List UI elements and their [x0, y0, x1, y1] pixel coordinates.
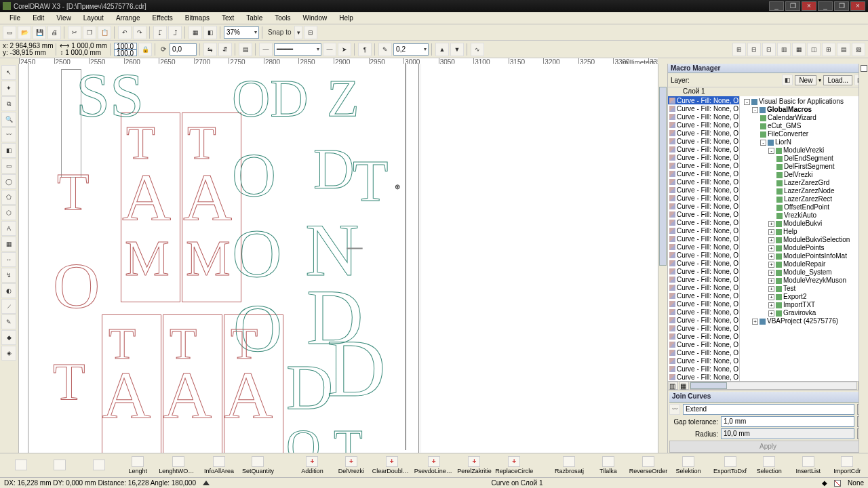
grid-5-icon[interactable]: ▦ — [792, 43, 806, 56]
expand-icon[interactable]: + — [768, 302, 774, 308]
vertical-ruler[interactable] — [19, 64, 28, 453]
objlist-btn-2[interactable]: ▦ — [679, 382, 689, 390]
export-icon[interactable]: ⮥ — [168, 26, 182, 39]
menu-table[interactable]: Table — [241, 14, 268, 22]
object-row[interactable]: Curve - Fill: None, Ou — [668, 137, 739, 145]
scale-x-input[interactable]: 100,0 — [114, 43, 137, 49]
tree-node[interactable]: +ModuleVrezykMuson — [741, 277, 867, 285]
object-row[interactable]: Curve - Fill: None, Ou — [668, 226, 739, 235]
tree-node[interactable]: +Test — [741, 285, 867, 293]
object-row[interactable]: Curve - Fill: None, Ou — [668, 348, 739, 357]
object-row[interactable]: Curve - Fill: None, Ou — [668, 357, 739, 365]
grid-6-icon[interactable]: ◫ — [807, 43, 821, 56]
object-row[interactable]: Curve - Fill: None, Ou — [668, 235, 739, 243]
docker-title[interactable]: Macro Manager — [668, 64, 868, 73]
align-icon[interactable]: ▤ — [239, 43, 252, 56]
dimension-tool-icon[interactable]: ↔ — [1, 252, 16, 267]
blend-tool-icon[interactable]: ◐ — [1, 283, 16, 298]
status-flyout-icon[interactable] — [203, 481, 210, 485]
tree-node[interactable]: -Visual Basic for Applications — [741, 98, 867, 106]
menu-text[interactable]: Text — [216, 14, 239, 22]
cut-icon[interactable]: ✂ — [68, 26, 81, 39]
macro-razbrosatj[interactable]: Razbrosatj — [551, 456, 588, 474]
lock-ratio-icon[interactable]: 🔒 — [138, 43, 152, 56]
apply-button[interactable]: Apply — [669, 441, 867, 453]
layer-value[interactable]: Слой 1 — [683, 87, 705, 95]
macro-lenght[interactable]: Lenght — [120, 456, 157, 474]
gap-input[interactable]: 1,0 mm — [721, 416, 854, 427]
macro-cleardoublepoint[interactable]: ClearDoublePoint — [372, 456, 412, 474]
tree-node[interactable]: FileConverter — [741, 130, 867, 138]
expand-icon[interactable]: + — [768, 245, 774, 251]
object-row[interactable]: Curve - Fill: None, Ou — [668, 332, 739, 340]
expand-icon[interactable]: - — [752, 107, 758, 113]
object-row[interactable]: Curve - Fill: None, Ou — [668, 169, 739, 178]
join-mode-combo[interactable]: Extend — [683, 404, 854, 415]
object-row[interactable]: Curve - Fill: None, Ou — [668, 291, 739, 300]
object-list[interactable]: Curve - Fill: None, OuCurve - Fill: None… — [668, 96, 740, 381]
macro-replacecircle[interactable]: ReplaceCircle — [495, 456, 533, 474]
crop-tool-icon[interactable]: ⧉ — [1, 96, 16, 111]
basic-shapes-icon[interactable]: ⬡ — [1, 205, 16, 220]
expand-icon[interactable]: + — [752, 319, 758, 325]
menu-effects[interactable]: Effects — [146, 14, 178, 22]
expand-icon[interactable]: - — [768, 148, 774, 154]
menu-layout[interactable]: Layout — [78, 14, 109, 22]
tree-node[interactable]: +VBAProject (42575776) — [741, 317, 867, 325]
macro-addition[interactable]: Addition — [294, 456, 331, 474]
print-icon[interactable]: 🖨 — [47, 26, 61, 39]
grid-3-icon[interactable]: ⊡ — [762, 43, 776, 56]
snap-dropdown-icon[interactable]: ▾ — [294, 26, 302, 39]
tree-node[interactable]: +Help — [741, 228, 867, 236]
tree-node[interactable]: LazerZarezNode — [741, 187, 867, 195]
macro-psevdolinetoline[interactable]: PsevdoLineToLine — [414, 456, 454, 474]
save-icon[interactable]: 💾 — [33, 26, 46, 39]
fill-swatch[interactable] — [834, 480, 841, 487]
macro-insertlist[interactable]: InsertList — [790, 456, 827, 474]
vertical-scrollbar[interactable] — [658, 64, 667, 453]
to-back-icon[interactable]: ▼ — [450, 43, 464, 56]
object-row[interactable]: Curve - Fill: None, Ou — [668, 153, 739, 161]
expand-icon[interactable]: + — [768, 278, 774, 284]
expand-icon[interactable]: + — [768, 237, 774, 243]
object-row[interactable]: Curve - Fill: None, Ou — [668, 365, 739, 373]
object-row[interactable]: Curve - Fill: None, Ou — [668, 267, 739, 275]
shape-tool-icon[interactable]: ✦ — [1, 81, 16, 96]
import-icon[interactable]: ⮦ — [153, 26, 167, 39]
macro-tree[interactable]: -Visual Basic for Applications-GlobalMac… — [740, 96, 868, 381]
macro-importcdr[interactable]: ImportCdr — [829, 456, 865, 474]
objlist-hscroll[interactable]: ▥ ▦ ▸ — [668, 381, 868, 390]
rotation-input[interactable]: 0,0 — [170, 43, 197, 56]
line-arrow-icon[interactable]: ➤ — [338, 43, 351, 56]
tree-node[interactable]: +ModuleBukvi — [741, 220, 867, 228]
object-row[interactable]: Curve - Fill: None, Ou — [668, 300, 739, 308]
macro-perelzakritie[interactable]: PerelZakritie — [456, 456, 493, 474]
tree-node[interactable]: eCut_GMS — [741, 122, 867, 130]
menu-help[interactable]: Help — [334, 14, 359, 22]
doc-minimize-button[interactable]: _ — [818, 1, 833, 11]
interactive-fill-icon[interactable]: ◈ — [1, 346, 16, 361]
object-row[interactable]: Curve - Fill: None, Ou — [668, 96, 739, 104]
radius-input[interactable]: 10,0 mm — [721, 428, 854, 439]
expand-icon[interactable]: + — [768, 310, 774, 317]
outline-tool-icon[interactable]: ✎ — [1, 314, 16, 329]
object-row[interactable]: Curve - Fill: None, Ou — [668, 324, 739, 332]
grid-7-icon[interactable]: ⊞ — [822, 43, 835, 56]
zoom-tool-icon[interactable]: 🔍 — [1, 112, 16, 127]
expand-icon[interactable]: + — [768, 286, 774, 292]
object-row[interactable]: Curve - Fill: None, Ou — [668, 275, 739, 283]
cursor-handle[interactable]: ⊕ — [395, 183, 403, 191]
tree-node[interactable]: +ModulePoints — [741, 244, 867, 252]
object-row[interactable]: Curve - Fill: None, Ou — [668, 283, 739, 291]
tree-node[interactable]: +Export2 — [741, 293, 867, 301]
tree-node[interactable]: DelVrezki — [741, 171, 867, 179]
polygon-tool-icon[interactable]: ⬠ — [1, 190, 16, 205]
tree-node[interactable]: LazerZarezGrd — [741, 179, 867, 187]
load-button[interactable]: Load... — [823, 75, 852, 85]
paste-icon[interactable]: 📋 — [98, 26, 111, 39]
macro-infoallarea[interactable]: InfoAllArea — [201, 456, 237, 474]
freehand-tool-icon[interactable]: 〰 — [1, 127, 16, 142]
object-row[interactable]: Curve - Fill: None, Ou — [668, 202, 739, 210]
macro-exporttodxf[interactable]: ExportToDxf — [712, 456, 749, 474]
object-row[interactable]: Curve - Fill: None, Ou — [668, 104, 739, 113]
